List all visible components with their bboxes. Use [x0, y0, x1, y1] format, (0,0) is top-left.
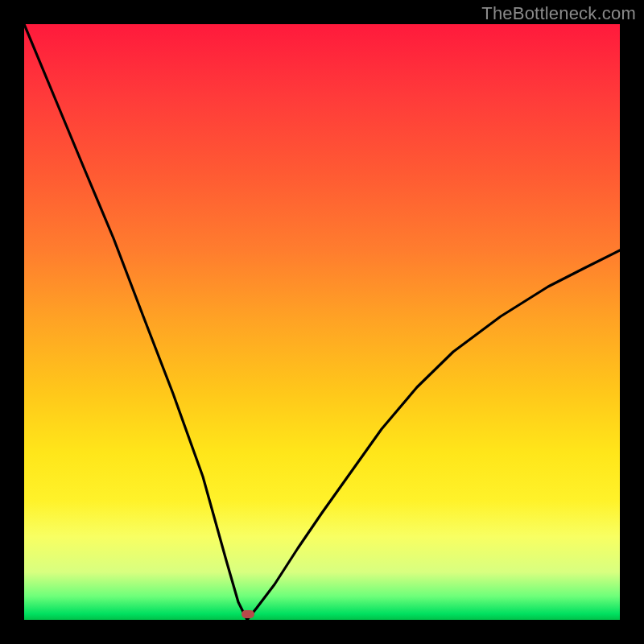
watermark-text: TheBottleneck.com	[481, 3, 636, 24]
chart-frame: TheBottleneck.com	[0, 0, 644, 644]
min-bottleneck-marker	[242, 610, 254, 618]
plot-area	[24, 24, 620, 620]
bottleneck-curve	[24, 24, 620, 620]
curve-path	[24, 24, 620, 620]
